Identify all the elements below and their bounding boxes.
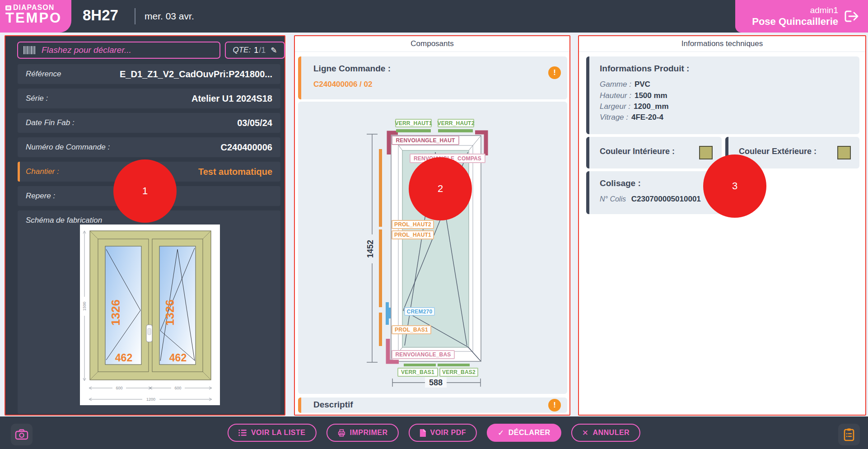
printer-icon xyxy=(337,429,345,437)
commande-label: Numéro de Commande : xyxy=(26,143,110,152)
imprimer-button[interactable]: IMPRIMER xyxy=(326,424,398,442)
component-label-prol-bas1: PROL_BAS1 xyxy=(392,325,431,334)
descriptif-row[interactable]: Descriptif ! xyxy=(298,398,567,413)
clock-time: 8H27 xyxy=(83,7,118,24)
detail-row-date-fin-fab: Date Fin Fab : 03/05/24 xyxy=(18,113,280,133)
barcode-icon xyxy=(23,46,35,54)
svg-text:1452: 1452 xyxy=(366,240,375,258)
schema-drawing-card: 1500 xyxy=(80,224,220,405)
reference-value: E_D1_Z1_V2_CadOuvPri:P241800... xyxy=(120,69,272,80)
colisage-title: Colisage : xyxy=(600,178,641,188)
camera-icon xyxy=(15,429,28,440)
schema-fabrication-section: Schéma de fabrication 1500 xyxy=(18,210,280,414)
svg-text:600: 600 xyxy=(116,386,122,390)
svg-text:462: 462 xyxy=(169,352,187,364)
topbar-divider xyxy=(135,8,135,24)
declarer-label: DÉCLARER xyxy=(509,429,551,437)
quantity-editor[interactable]: QTE: 1/1 ✎ xyxy=(225,42,285,59)
detail-row-serie: Série : Atelier U1 2024S18 xyxy=(18,89,280,108)
component-label-verr-bas1: VERR_BAS1 xyxy=(397,368,438,377)
colisage-card: Colisage : N° Colis C230700005010001 xyxy=(586,171,722,214)
svg-text:1500: 1500 xyxy=(82,302,87,311)
logo-text-tempo: TEMPO xyxy=(5,12,71,24)
ligne-commande-value: C240400006 / 02 xyxy=(313,80,372,89)
edit-pencil-icon[interactable]: ✎ xyxy=(271,46,277,55)
vitrage-label: Vitrage : xyxy=(600,113,628,122)
ligne-commande-label: Ligne Commande : xyxy=(313,64,391,74)
top-bar: DIAPASON TEMPO 8H27 mer. 03 avr. admin1 … xyxy=(0,0,868,33)
voir-pdf-label: VOIR PDF xyxy=(430,429,466,437)
svg-text:1200: 1200 xyxy=(146,397,155,402)
clipboard-icon xyxy=(843,428,855,441)
component-label-prol-haut1: PROL_HAUT1 xyxy=(392,230,434,239)
component-label-renvoiangle-haut: RENVOIANGLE_HAUT xyxy=(392,136,459,145)
voir-pdf-button[interactable]: VOIR PDF xyxy=(408,424,477,442)
spec-vitrage: Vitrage :4FE-20-4 xyxy=(600,113,663,122)
ligne-warning-icon[interactable]: ! xyxy=(548,66,561,79)
qty-current: 1 xyxy=(254,46,258,55)
component-label-verr-haut1: VERR_HAUT1 xyxy=(395,119,432,127)
vitrage-value: 4FE-20-4 xyxy=(631,113,663,122)
app-logo: DIAPASON TEMPO xyxy=(0,0,71,33)
clipboard-button[interactable] xyxy=(838,424,860,445)
largeur-label: Largeur : xyxy=(600,102,630,111)
svg-text:588: 588 xyxy=(429,378,443,387)
composants-title: Composants xyxy=(295,36,569,52)
app-root: DIAPASON TEMPO 8H27 mer. 03 avr. admin1 … xyxy=(0,0,868,449)
schema-label: Schéma de fabrication xyxy=(26,216,102,225)
annuler-button[interactable]: ✕ ANNULER xyxy=(571,424,640,442)
logout-icon[interactable] xyxy=(843,9,861,23)
produit-title: Informations Produit : xyxy=(600,64,689,74)
reference-label: Référence xyxy=(26,70,61,79)
spec-largeur: Largeur :1200_mm xyxy=(600,102,669,111)
ligne-commande-card: Ligne Commande : C240400006 / 02 ! xyxy=(298,56,567,99)
voir-la-liste-label: VOIR LA LISTE xyxy=(251,429,306,437)
annotation-marker-2: 2 xyxy=(409,157,472,220)
gamme-value: PVC xyxy=(635,80,650,89)
declarer-button[interactable]: ✓ DÉCLARER xyxy=(487,424,561,442)
colis-value: C230700005010001 xyxy=(631,195,701,203)
colis-line: N° Colis C230700005010001 xyxy=(600,195,701,204)
descriptif-warning-icon[interactable]: ! xyxy=(548,399,561,412)
spec-gamme: Gamme :PVC xyxy=(600,80,650,89)
camera-button[interactable] xyxy=(11,424,33,445)
voir-la-liste-button[interactable]: VOIR LA LISTE xyxy=(228,424,317,442)
couleur-interieure-label: Couleur Intérieure : xyxy=(600,147,675,156)
produit-card: Informations Produit : Gamme :PVC Hauteu… xyxy=(586,56,859,134)
username: admin1 xyxy=(752,5,838,16)
commande-value: C240400006 xyxy=(220,142,272,153)
component-drawing-card: 1452 xyxy=(298,102,567,394)
annotation-marker-1: 1 xyxy=(113,159,177,223)
date-fin-fab-label: Date Fin Fab : xyxy=(26,118,75,127)
couleur-exterieure-label: Couleur Extérieure : xyxy=(739,147,817,156)
component-label-renvoiangle-bas: RENVOIANGLE_BAS xyxy=(392,350,455,359)
annotation-marker-3: 3 xyxy=(703,154,766,218)
spec-hauteur: Hauteur :1500 mm xyxy=(600,91,667,100)
pdf-file-icon xyxy=(419,429,426,437)
detail-row-commande: Numéro de Commande : C240400006 xyxy=(18,137,280,157)
hauteur-label: Hauteur : xyxy=(600,91,631,100)
hauteur-value: 1500 mm xyxy=(635,91,667,100)
window-schematic-drawing: 1500 xyxy=(80,224,220,405)
component-label-verr-haut2: VERR_HAUT2 xyxy=(438,119,474,127)
imprimer-label: IMPRIMER xyxy=(350,429,387,437)
informations-techniques-title: Informations techniques xyxy=(579,36,865,52)
svg-text:600: 600 xyxy=(174,386,181,390)
svg-text:462: 462 xyxy=(115,352,132,364)
chantier-label: Chantier : xyxy=(26,167,59,176)
svg-text:1326: 1326 xyxy=(163,299,177,326)
qty-label: QTE: xyxy=(233,46,251,55)
user-role: Pose Quincaillerie xyxy=(752,16,838,27)
footer-actions: VOIR LA LISTE IMPRIMER VOIR PDF ✓ DÉCLAR… xyxy=(228,424,640,442)
date-fin-fab-value: 03/05/24 xyxy=(237,118,272,128)
couleur-exterieure-swatch xyxy=(837,146,851,159)
scan-input[interactable] xyxy=(41,45,214,56)
panel-work-order: QTE: 1/1 ✎ Référence E_D1_Z1_V2_CadOuvPr… xyxy=(5,35,285,416)
largeur-value: 1200_mm xyxy=(634,102,669,111)
gamme-label: Gamme : xyxy=(600,80,631,89)
couleur-interieure-card: Couleur Intérieure : xyxy=(586,137,722,168)
user-session-text: admin1 Pose Quincaillerie xyxy=(752,5,838,27)
list-icon xyxy=(238,429,247,436)
user-session-block[interactable]: admin1 Pose Quincaillerie xyxy=(735,0,868,33)
descriptif-label: Descriptif xyxy=(313,400,353,410)
